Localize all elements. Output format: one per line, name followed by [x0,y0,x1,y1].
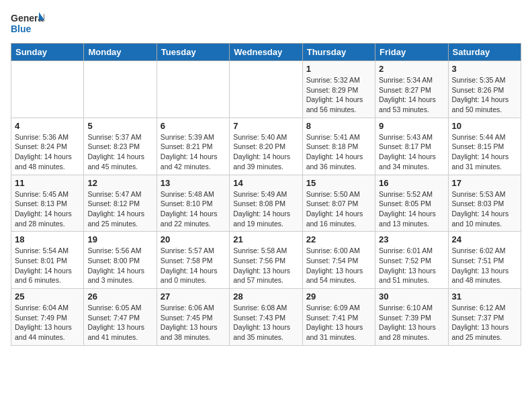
day-info: Sunrise: 5:39 AM Sunset: 8:21 PM Dayligh… [161,132,226,172]
day-number: 11 [15,178,80,188]
calendar-day-cell: 3Sunrise: 5:35 AM Sunset: 8:26 PM Daylig… [448,61,521,118]
calendar-day-cell: 4Sunrise: 5:36 AM Sunset: 8:24 PM Daylig… [11,118,84,175]
day-number: 23 [379,234,444,244]
day-number: 31 [452,291,517,302]
day-number: 5 [87,121,152,131]
day-number: 8 [306,121,371,131]
calendar-day-cell: 2Sunrise: 5:34 AM Sunset: 8:27 PM Daylig… [375,61,448,118]
day-info: Sunrise: 5:34 AM Sunset: 8:27 PM Dayligh… [379,75,444,115]
logo-icon: GeneralBlue [11,11,44,35]
day-number: 29 [306,291,371,302]
day-info: Sunrise: 5:41 AM Sunset: 8:18 PM Dayligh… [306,132,371,172]
calendar-week-row: 1Sunrise: 5:32 AM Sunset: 8:29 PM Daylig… [11,61,521,118]
calendar-day-cell: 12Sunrise: 5:47 AM Sunset: 8:12 PM Dayli… [84,175,157,232]
calendar-day-cell: 8Sunrise: 5:41 AM Sunset: 8:18 PM Daylig… [302,118,375,175]
day-number: 3 [452,64,517,74]
calendar-day-cell: 26Sunrise: 6:05 AM Sunset: 7:47 PM Dayli… [84,289,157,346]
day-info: Sunrise: 6:01 AM Sunset: 7:52 PM Dayligh… [379,246,444,285]
calendar-day-cell: 1Sunrise: 5:32 AM Sunset: 8:29 PM Daylig… [302,61,375,118]
day-info: Sunrise: 5:49 AM Sunset: 8:08 PM Dayligh… [233,189,298,229]
day-info: Sunrise: 5:40 AM Sunset: 8:20 PM Dayligh… [233,132,298,172]
weekday-header-row: SundayMondayTuesdayWednesdayThursdayFrid… [11,44,521,61]
calendar-day-cell: 24Sunrise: 6:02 AM Sunset: 7:51 PM Dayli… [448,232,521,289]
day-number: 17 [452,178,517,188]
day-info: Sunrise: 5:54 AM Sunset: 8:01 PM Dayligh… [15,246,80,285]
calendar-day-cell: 11Sunrise: 5:45 AM Sunset: 8:13 PM Dayli… [11,175,84,232]
calendar-day-cell: 30Sunrise: 6:10 AM Sunset: 7:39 PM Dayli… [375,289,448,346]
calendar-day-cell: 16Sunrise: 5:52 AM Sunset: 8:05 PM Dayli… [375,175,448,232]
day-info: Sunrise: 5:50 AM Sunset: 8:07 PM Dayligh… [306,189,371,229]
day-number: 18 [15,234,80,244]
day-number: 30 [379,291,444,302]
day-number: 1 [306,64,371,74]
day-info: Sunrise: 5:35 AM Sunset: 8:26 PM Dayligh… [452,75,517,115]
calendar-empty-cell [84,61,157,118]
calendar-week-row: 18Sunrise: 5:54 AM Sunset: 8:01 PM Dayli… [11,232,521,289]
calendar-day-cell: 6Sunrise: 5:39 AM Sunset: 8:21 PM Daylig… [157,118,229,175]
day-info: Sunrise: 6:02 AM Sunset: 7:51 PM Dayligh… [452,246,517,285]
day-number: 19 [87,234,152,244]
day-number: 21 [233,234,298,244]
day-number: 15 [306,178,371,188]
calendar-table: SundayMondayTuesdayWednesdayThursdayFrid… [11,43,521,346]
svg-text:Blue: Blue [11,24,32,34]
calendar-day-cell: 25Sunrise: 6:04 AM Sunset: 7:49 PM Dayli… [11,289,84,346]
calendar-day-cell: 10Sunrise: 5:44 AM Sunset: 8:15 PM Dayli… [448,118,521,175]
calendar-day-cell: 5Sunrise: 5:37 AM Sunset: 8:23 PM Daylig… [84,118,157,175]
weekday-header-thursday: Thursday [302,44,375,61]
calendar-day-cell: 15Sunrise: 5:50 AM Sunset: 8:07 PM Dayli… [302,175,375,232]
day-number: 9 [379,121,444,131]
day-info: Sunrise: 5:48 AM Sunset: 8:10 PM Dayligh… [161,189,226,229]
calendar-day-cell: 21Sunrise: 5:58 AM Sunset: 7:56 PM Dayli… [230,232,302,289]
weekday-header-sunday: Sunday [11,44,84,61]
day-info: Sunrise: 6:06 AM Sunset: 7:45 PM Dayligh… [161,303,226,342]
calendar-week-row: 11Sunrise: 5:45 AM Sunset: 8:13 PM Dayli… [11,175,521,232]
day-info: Sunrise: 5:56 AM Sunset: 8:00 PM Dayligh… [87,246,152,285]
calendar-day-cell: 20Sunrise: 5:57 AM Sunset: 7:58 PM Dayli… [157,232,229,289]
day-info: Sunrise: 5:53 AM Sunset: 8:03 PM Dayligh… [452,189,517,229]
day-info: Sunrise: 5:32 AM Sunset: 8:29 PM Dayligh… [306,75,371,115]
day-number: 2 [379,64,444,74]
day-info: Sunrise: 5:45 AM Sunset: 8:13 PM Dayligh… [15,189,80,229]
page-header: GeneralBlue [11,11,521,35]
weekday-header-wednesday: Wednesday [230,44,302,61]
day-number: 24 [452,234,517,244]
day-info: Sunrise: 5:37 AM Sunset: 8:23 PM Dayligh… [87,132,152,172]
calendar-empty-cell [157,61,229,118]
day-number: 27 [161,291,226,302]
day-info: Sunrise: 6:12 AM Sunset: 7:37 PM Dayligh… [452,303,517,342]
weekday-header-tuesday: Tuesday [157,44,229,61]
calendar-day-cell: 7Sunrise: 5:40 AM Sunset: 8:20 PM Daylig… [230,118,302,175]
logo: GeneralBlue [11,11,44,35]
day-number: 25 [15,291,80,302]
day-info: Sunrise: 6:09 AM Sunset: 7:41 PM Dayligh… [306,303,371,342]
day-number: 14 [233,178,298,188]
day-info: Sunrise: 6:05 AM Sunset: 7:47 PM Dayligh… [87,303,152,342]
calendar-day-cell: 19Sunrise: 5:56 AM Sunset: 8:00 PM Dayli… [84,232,157,289]
calendar-day-cell: 27Sunrise: 6:06 AM Sunset: 7:45 PM Dayli… [157,289,229,346]
day-number: 10 [452,121,517,131]
calendar-week-row: 4Sunrise: 5:36 AM Sunset: 8:24 PM Daylig… [11,118,521,175]
day-number: 13 [161,178,226,188]
day-number: 4 [15,121,80,131]
calendar-day-cell: 28Sunrise: 6:08 AM Sunset: 7:43 PM Dayli… [230,289,302,346]
day-info: Sunrise: 5:52 AM Sunset: 8:05 PM Dayligh… [379,189,444,229]
day-number: 6 [161,121,226,131]
day-number: 28 [233,291,298,302]
calendar-day-cell: 22Sunrise: 6:00 AM Sunset: 7:54 PM Dayli… [302,232,375,289]
day-info: Sunrise: 5:47 AM Sunset: 8:12 PM Dayligh… [87,189,152,229]
calendar-empty-cell [11,61,84,118]
day-info: Sunrise: 5:57 AM Sunset: 7:58 PM Dayligh… [161,246,226,285]
calendar-day-cell: 31Sunrise: 6:12 AM Sunset: 7:37 PM Dayli… [448,289,521,346]
weekday-header-friday: Friday [375,44,448,61]
day-info: Sunrise: 5:43 AM Sunset: 8:17 PM Dayligh… [379,132,444,172]
day-number: 12 [87,178,152,188]
calendar-day-cell: 9Sunrise: 5:43 AM Sunset: 8:17 PM Daylig… [375,118,448,175]
calendar-day-cell: 13Sunrise: 5:48 AM Sunset: 8:10 PM Dayli… [157,175,229,232]
calendar-week-row: 25Sunrise: 6:04 AM Sunset: 7:49 PM Dayli… [11,289,521,346]
weekday-header-monday: Monday [84,44,157,61]
day-info: Sunrise: 5:36 AM Sunset: 8:24 PM Dayligh… [15,132,80,172]
day-info: Sunrise: 5:44 AM Sunset: 8:15 PM Dayligh… [452,132,517,172]
day-number: 20 [161,234,226,244]
day-info: Sunrise: 6:04 AM Sunset: 7:49 PM Dayligh… [15,303,80,342]
